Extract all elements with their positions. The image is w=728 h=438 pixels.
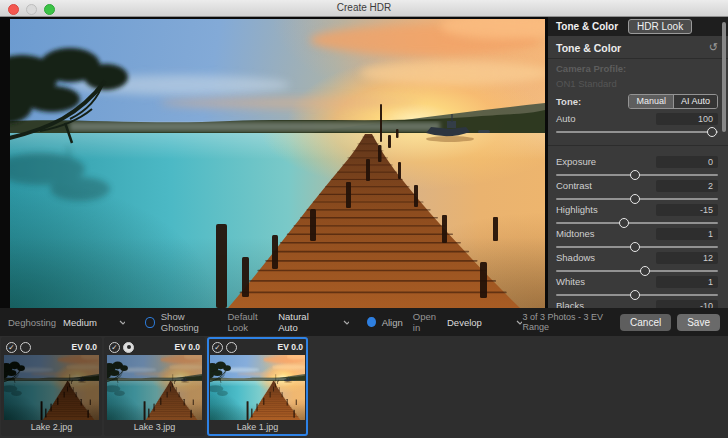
slider-track[interactable]: [556, 246, 718, 248]
slider-list: Auto100Exposure0Contrast2Highlights-15Mi…: [556, 112, 718, 308]
panel-scrollbar[interactable]: [722, 22, 726, 132]
slider-label: Auto: [556, 113, 576, 124]
ev-label: EV 0.0: [174, 342, 200, 352]
hdr-preview-image: [107, 355, 202, 420]
cancel-button[interactable]: Cancel: [620, 314, 671, 331]
filmstrip-thumbnail[interactable]: ✓EV 0.0: [207, 337, 308, 436]
slider-value[interactable]: 100: [656, 113, 718, 125]
slider-track[interactable]: [556, 174, 718, 176]
slider-value[interactable]: 0: [656, 156, 718, 168]
thumbnail-filename: Lake 1.jpg: [209, 420, 306, 434]
slider-value[interactable]: 1: [656, 276, 718, 288]
tone-label: Tone:: [556, 96, 581, 107]
slider-label: Highlights: [556, 204, 598, 215]
slider-knob[interactable]: [707, 127, 717, 137]
scene-overlay: [107, 355, 202, 420]
check-circle-icon[interactable]: ✓: [212, 342, 223, 353]
filmstrip-thumbnail[interactable]: ✓EV 0.0: [1, 337, 102, 436]
slider-track[interactable]: [556, 270, 718, 272]
slider-row: Exposure0: [556, 155, 718, 179]
hdr-preview-image: [4, 355, 99, 420]
slider-label: Exposure: [556, 156, 596, 167]
select-circle-icon[interactable]: [20, 342, 31, 353]
slider-label: Shadows: [556, 252, 595, 263]
default-look-label: Default Look: [227, 311, 271, 333]
reset-icon[interactable]: ↺: [709, 41, 718, 54]
slider-value[interactable]: -10: [656, 300, 718, 309]
divider: [548, 58, 728, 59]
slider-row: Auto100: [556, 112, 718, 136]
slider-label: Whites: [556, 276, 585, 287]
hdr-preview-image: [10, 19, 545, 308]
window-title: Create HDR: [0, 2, 728, 13]
thumbnail-header: ✓EV 0.0: [106, 339, 203, 354]
slider-track[interactable]: [556, 131, 718, 133]
slider-row: Shadows12: [556, 251, 718, 275]
film-list: ✓EV 0.0: [0, 336, 728, 436]
slider-row: Contrast2: [556, 179, 718, 203]
thumbnail-filename: Lake 2.jpg: [3, 420, 100, 434]
jetty-deck: [249, 381, 301, 420]
slider-value[interactable]: 2: [656, 180, 718, 192]
slider-value[interactable]: 1: [656, 228, 718, 240]
camera-profile-label: Camera Profile:: [556, 63, 626, 74]
bottom-toolbar: Deghosting Medium Show Ghosting Default …: [0, 308, 728, 336]
slider-value[interactable]: -15: [656, 204, 718, 216]
slider-label: Midtones: [556, 228, 595, 239]
thumbnail-image[interactable]: [210, 355, 305, 420]
camera-profile-value: ON1 Standard: [556, 78, 626, 89]
slider-track[interactable]: [556, 222, 718, 224]
slider-row: Highlights-15: [556, 203, 718, 227]
photo-count-status: 3 of 3 Photos - 3 EV Range: [522, 312, 612, 332]
slider-value[interactable]: 12: [656, 252, 718, 264]
save-button[interactable]: Save: [677, 314, 720, 331]
slider-row: Midtones1: [556, 227, 718, 251]
jetty-deck: [43, 381, 95, 420]
deghosting-label: Deghosting: [8, 317, 56, 328]
open-in-dropdown[interactable]: Develop: [447, 317, 482, 328]
slider-label: Contrast: [556, 180, 592, 191]
base-frame-icon[interactable]: [123, 342, 134, 353]
tone-mode-segmented-control: Manual AI Auto: [628, 94, 718, 109]
show-ghosting-label: Show Ghosting: [161, 311, 214, 333]
slider-row: Whites1: [556, 275, 718, 299]
ev-label: EV 0.0: [277, 342, 303, 352]
slider-track[interactable]: [556, 198, 718, 200]
scene-overlay: [10, 19, 545, 308]
slider-row: Blacks-10: [556, 299, 718, 308]
panel-tab-bar: Tone & Color HDR Look: [548, 17, 728, 36]
slider-track[interactable]: [556, 294, 718, 296]
ev-label: EV 0.0: [71, 342, 97, 352]
align-checkbox[interactable]: [367, 317, 375, 327]
align-label: Align: [382, 317, 403, 328]
filmstrip: ✓EV 0.0: [0, 336, 728, 438]
filmstrip-thumbnail[interactable]: ✓EV 0.0: [104, 337, 205, 436]
right-panel: Tone & Color HDR Look Tone & Color ↺ Cam…: [548, 17, 728, 308]
section-title: Tone & Color: [556, 42, 621, 54]
chevron-down-icon[interactable]: [119, 320, 126, 325]
tab-hdr-look[interactable]: HDR Look: [628, 19, 692, 34]
hdr-preview-image: [210, 355, 305, 420]
jetty-deck: [146, 381, 198, 420]
slider-label: Blacks: [556, 300, 584, 308]
default-look-dropdown[interactable]: Natural Auto: [278, 311, 321, 333]
deghosting-dropdown[interactable]: Medium: [63, 317, 97, 328]
thumbnail-image[interactable]: [4, 355, 99, 420]
preview-area: [0, 17, 548, 308]
thumbnail-header: ✓EV 0.0: [3, 339, 100, 354]
check-circle-icon[interactable]: ✓: [6, 342, 17, 353]
tone-manual-button[interactable]: Manual: [629, 95, 673, 108]
tone-ai-auto-button[interactable]: AI Auto: [673, 95, 717, 108]
thumbnail-image[interactable]: [107, 355, 202, 420]
titlebar: Create HDR: [0, 0, 728, 17]
open-in-label: Open in: [413, 311, 440, 333]
thumbnail-header: ✓EV 0.0: [209, 339, 306, 354]
scene-overlay: [210, 355, 305, 420]
show-ghosting-checkbox[interactable]: [145, 317, 154, 328]
thumbnail-filename: Lake 3.jpg: [106, 420, 203, 434]
check-circle-icon[interactable]: ✓: [109, 342, 120, 353]
jetty-deck: [228, 134, 520, 308]
tab-tone-color[interactable]: Tone & Color: [548, 21, 626, 32]
select-circle-icon[interactable]: [226, 342, 237, 353]
chevron-down-icon[interactable]: [343, 320, 350, 325]
